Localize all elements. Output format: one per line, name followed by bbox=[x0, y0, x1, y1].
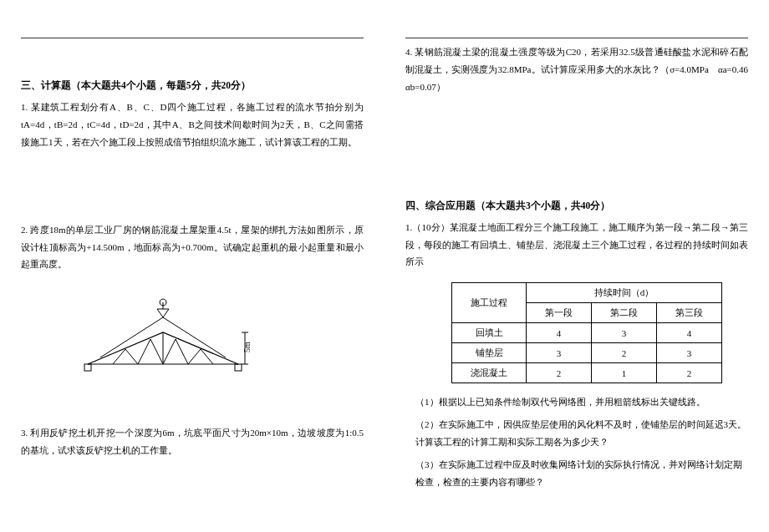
cell: 4 bbox=[657, 323, 722, 343]
q2-text: 2. 跨度18m的单层工业厂房的钢筋混凝土屋架重4.5t，屋架的绑扎方法如图所示… bbox=[21, 225, 364, 270]
question-3-4: 4. 某钢筋混凝土梁的混凝土强度等级为C20，若采用32.5级普通硅酸盐水泥和碎… bbox=[405, 43, 748, 96]
svg-line-13 bbox=[188, 349, 201, 364]
th-c3: 第三段 bbox=[657, 303, 722, 323]
page-rule-right bbox=[405, 38, 748, 38]
page-rule-left bbox=[21, 38, 364, 38]
svg-line-2 bbox=[100, 317, 163, 357]
left-column: 三、计算题（本大题共4个小题，每题5分，共20分） 1. 某建筑工程划分有A、B… bbox=[0, 0, 384, 532]
cell: 回填土 bbox=[452, 323, 527, 343]
cell: 3 bbox=[657, 343, 722, 363]
gap bbox=[21, 163, 364, 221]
svg-rect-6 bbox=[235, 364, 242, 371]
sub-question-3: （3）在实际施工过程中应及时收集网络计划的实际执行情况，并对网络计划定期检查，检… bbox=[405, 456, 748, 491]
figure-dim-label: 5m bbox=[242, 342, 252, 352]
q1-text: 1. 某建筑工程划分有A、B、C、D四个施工过程，各施工过程的流水节拍分别为tA… bbox=[21, 102, 364, 147]
svg-line-12 bbox=[176, 339, 188, 364]
cell: 2 bbox=[657, 363, 722, 383]
q4-text: 4. 某钢筋混凝土梁的混凝土强度等级为C20，若采用32.5级普通硅酸盐水泥和碎… bbox=[405, 47, 757, 92]
svg-line-10 bbox=[150, 339, 163, 364]
table-row: 铺垫层 3 2 3 bbox=[452, 343, 722, 363]
svg-line-11 bbox=[163, 339, 176, 364]
question-3-2: 2. 跨度18m的单层工业厂房的钢筋混凝土屋架重4.5t，屋架的绑扎方法如图所示… bbox=[21, 221, 364, 274]
q41-text: 1.（10分）某混凝土地面工程分三个施工段施工，施工顺序为第一段→第二段→第三段… bbox=[405, 222, 748, 267]
cell: 铺垫层 bbox=[452, 343, 527, 363]
section3-heading: 三、计算题（本大题共4个小题，每题5分，共20分） bbox=[21, 79, 364, 92]
th-proc: 施工过程 bbox=[452, 283, 527, 323]
question-3-1: 1. 某建筑工程划分有A、B、C、D四个施工过程，各施工过程的流水节拍分别为tA… bbox=[21, 99, 364, 151]
table-row: 浇混凝土 2 1 2 bbox=[452, 363, 722, 383]
cell: 浇混凝土 bbox=[452, 363, 527, 383]
truss-figure: 5m bbox=[71, 297, 255, 377]
gap3 bbox=[405, 108, 748, 200]
section4-heading: 四、综合应用题（本大题共3个小题，共40分） bbox=[405, 200, 748, 212]
th-dur: 持续时间（d） bbox=[527, 283, 722, 303]
cell: 3 bbox=[527, 343, 592, 363]
svg-rect-5 bbox=[84, 364, 91, 371]
table-row: 回填土 4 3 4 bbox=[452, 323, 722, 343]
cell: 2 bbox=[592, 343, 657, 363]
q3-text: 3. 利用反铲挖土机开挖一个深度为6m，坑底平面尺寸为20m×10m，边坡坡度为… bbox=[21, 428, 364, 455]
cell: 4 bbox=[527, 323, 592, 343]
svg-line-9 bbox=[138, 339, 150, 364]
sub-question-1: （1）根据以上已知条件绘制双代号网络图，并用粗箭线标出关键线路。 bbox=[405, 393, 748, 411]
th-c1: 第一段 bbox=[527, 303, 592, 323]
cell: 1 bbox=[592, 363, 657, 383]
gap2 bbox=[21, 387, 364, 424]
sub-question-2: （2）在实际施工中，因供应垫层使用的风化料不及时，使铺垫层的时间延迟3天。计算该… bbox=[405, 416, 748, 451]
svg-line-3 bbox=[163, 317, 226, 357]
th-c2: 第二段 bbox=[592, 303, 657, 323]
question-4-1-intro: 1.（10分）某混凝土地面工程分三个施工段施工，施工顺序为第一段→第二段→第三段… bbox=[405, 219, 748, 271]
table-row: 施工过程 持续时间（d） bbox=[452, 283, 722, 303]
svg-line-8 bbox=[125, 349, 138, 364]
cell: 2 bbox=[527, 363, 592, 383]
right-column: 4. 某钢筋混凝土梁的混凝土强度等级为C20，若采用32.5级普通硅酸盐水泥和碎… bbox=[384, 0, 769, 532]
cell: 3 bbox=[592, 323, 657, 343]
svg-marker-1 bbox=[157, 309, 169, 317]
duration-table: 施工过程 持续时间（d） 第一段 第二段 第三段 回填土 4 3 4 铺垫层 3… bbox=[451, 282, 722, 383]
question-3-3: 3. 利用反铲挖土机开挖一个深度为6m，坑底平面尺寸为20m×10m，边坡坡度为… bbox=[21, 424, 364, 459]
